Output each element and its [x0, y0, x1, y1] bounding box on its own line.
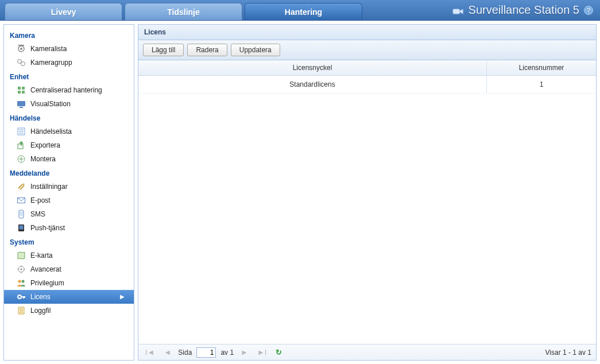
log-icon: [17, 306, 26, 315]
pager-last-button[interactable]: ►I: [255, 347, 269, 358]
sidebar-item-privilegium[interactable]: Privilegium▶: [4, 276, 134, 290]
event-list-icon: [17, 127, 26, 136]
workspace: KameraKameralista▶Kameragrupp▶EnhetCentr…: [0, 21, 600, 364]
sidebar-item-label: Händelselista: [30, 126, 72, 137]
app-title-text: Surveillance Station 5: [469, 3, 579, 17]
delete-button[interactable]: Radera: [187, 44, 227, 56]
sidebar-item-e-post[interactable]: E-post▶: [4, 193, 134, 207]
table-row[interactable]: Standardlicens1: [138, 76, 596, 94]
sidebar-item-label: Licens: [30, 292, 51, 302]
update-button[interactable]: Uppdatera: [231, 44, 280, 56]
sidebar: KameraKameralista▶Kameragrupp▶EnhetCentr…: [3, 24, 134, 361]
svg-point-2: [20, 48, 22, 50]
sidebar-item-label: Inställningar: [30, 181, 68, 192]
sidebar-item-kameragrupp[interactable]: Kameragrupp▶: [4, 56, 134, 69]
sidebar-item-kameralista[interactable]: Kameralista▶: [4, 42, 134, 56]
sidebar-item-visualstation[interactable]: VisualStation▶: [4, 97, 134, 111]
table-header: Licensnyckel Licensnummer: [138, 60, 596, 76]
tab-timeline[interactable]: Tidslinje: [125, 3, 242, 20]
sidebar-item-label: Avancerat: [30, 264, 61, 274]
svg-rect-3: [18, 45, 24, 46]
push-icon: [17, 223, 26, 233]
chevron-right-icon: ▶: [120, 292, 128, 302]
sidebar-item-inst-llningar[interactable]: Inställningar▶: [4, 180, 134, 193]
refresh-icon: ↻: [276, 348, 282, 357]
pager-of-label: av 1: [220, 348, 234, 357]
sms-icon: [17, 210, 26, 219]
sidebar-item-loggfil[interactable]: Loggfil▶: [4, 304, 134, 317]
sidebar-item-label: Privilegium: [30, 278, 64, 288]
next-page-icon: ►: [241, 348, 248, 357]
svg-point-25: [21, 269, 22, 270]
svg-point-18: [23, 184, 25, 185]
svg-rect-21: [20, 211, 23, 216]
nav-section-title: Händelse: [4, 111, 134, 125]
visualstation-icon: [17, 99, 26, 109]
panel-title: Licens: [138, 25, 596, 40]
nav-section-title: Kamera: [4, 28, 134, 42]
app-title: Surveillance Station 5 ?: [452, 0, 600, 20]
help-icon[interactable]: ?: [584, 6, 593, 15]
pager-next-button[interactable]: ►: [238, 347, 250, 358]
first-page-icon: I◄: [145, 348, 154, 357]
cell-license-key: Standardlicens: [138, 76, 487, 93]
pager-refresh-button[interactable]: ↻: [273, 347, 284, 358]
svg-rect-11: [20, 107, 23, 108]
sidebar-item-sms[interactable]: SMS▶: [4, 207, 134, 221]
sidebar-item-label: Kameralista: [30, 44, 67, 54]
content-panel: Licens Lägg till Radera Uppdatera Licens…: [138, 24, 597, 361]
sidebar-item-label: Kameragrupp: [30, 57, 72, 68]
tab-management[interactable]: Hantering: [245, 3, 362, 20]
svg-rect-9: [22, 91, 25, 94]
sidebar-item-label: Montera: [30, 154, 56, 164]
pager-prev-button[interactable]: ◄: [161, 347, 173, 358]
nav-section-title: Meddelande: [4, 166, 134, 180]
mail-icon: [17, 196, 26, 205]
svg-point-26: [18, 280, 21, 283]
map-icon: [17, 251, 26, 260]
cell-license-number: 1: [487, 76, 596, 93]
prev-page-icon: ◄: [164, 348, 171, 357]
pager-status: Visar 1 - 1 av 1: [545, 348, 591, 357]
export-icon: [17, 141, 26, 150]
last-page-icon: ►I: [257, 348, 266, 357]
sidebar-item-exportera[interactable]: Exportera▶: [4, 138, 134, 152]
key-icon: [17, 292, 26, 301]
sidebar-item-e-karta[interactable]: E-karta▶: [4, 249, 134, 262]
svg-point-28: [18, 295, 21, 299]
toolbar: Lägg till Radera Uppdatera: [138, 40, 596, 60]
svg-rect-10: [17, 101, 25, 106]
sidebar-item-label: Centraliserad hantering: [30, 85, 102, 95]
column-license-key[interactable]: Licensnyckel: [138, 60, 487, 75]
sidebar-item-label: Loggfil: [30, 305, 51, 316]
main-tabs: Livevy Tidslinje Hantering: [0, 0, 365, 20]
sidebar-item-licens[interactable]: Licens▶: [4, 290, 134, 304]
sidebar-item-centraliserad-hantering[interactable]: Centraliserad hantering▶: [4, 83, 134, 97]
camera-icon: [17, 44, 26, 53]
sidebar-item-label: E-karta: [30, 250, 53, 261]
tab-liveview[interactable]: Livevy: [5, 3, 122, 20]
svg-point-27: [22, 280, 25, 283]
advanced-icon: [17, 265, 26, 274]
sidebar-item-avancerat[interactable]: Avancerat▶: [4, 262, 134, 276]
mount-icon: [17, 154, 26, 164]
sidebar-item-h-ndelselista[interactable]: Händelselista▶: [4, 125, 134, 138]
nav-section-title: System: [4, 235, 134, 249]
svg-rect-23: [20, 226, 24, 230]
pager-first-button[interactable]: I◄: [143, 347, 157, 358]
sidebar-item-montera[interactable]: Montera▶: [4, 152, 134, 166]
pager-page-input[interactable]: [196, 347, 216, 358]
surveillance-camera-icon: [452, 6, 464, 15]
centralized-icon: [17, 86, 26, 95]
nav-section-title: Enhet: [4, 69, 134, 83]
pager-page-label: Sida: [178, 348, 192, 357]
svg-rect-16: [18, 144, 23, 149]
top-bar: Livevy Tidslinje Hantering Surveillance …: [0, 0, 600, 21]
pager: I◄ ◄ Sida av 1 ► ►I ↻ Visar 1 - 1 av 1: [138, 344, 596, 360]
sidebar-item-label: Push-tjänst: [30, 223, 65, 233]
table-body: Standardlicens1: [138, 76, 596, 344]
sidebar-item-push-tj-nst[interactable]: Push-tjänst▶: [4, 221, 134, 235]
svg-point-5: [21, 62, 25, 66]
add-button[interactable]: Lägg till: [143, 44, 184, 56]
column-license-number[interactable]: Licensnummer: [487, 60, 596, 75]
